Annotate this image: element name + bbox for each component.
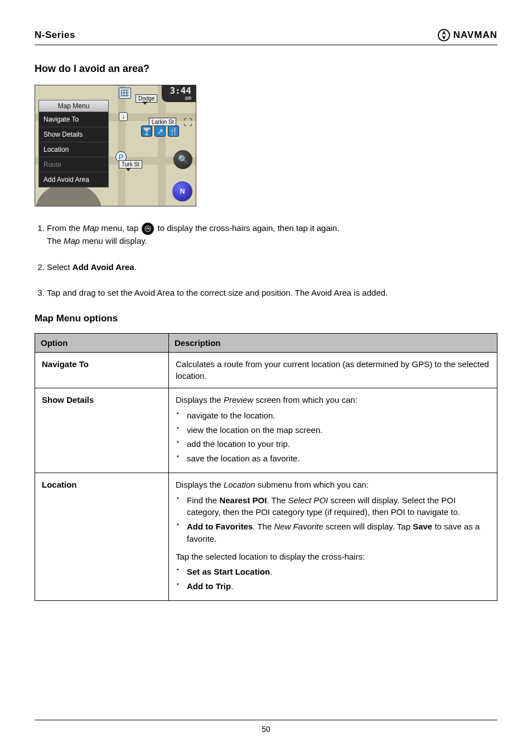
zoom-icon: 🔍 bbox=[173, 150, 192, 169]
brand-logo: NAVMAN bbox=[438, 29, 497, 41]
list-item: add the location to your trip. bbox=[176, 438, 490, 450]
opt-location: Location bbox=[35, 473, 169, 600]
svg-point-1 bbox=[145, 226, 151, 232]
poi-arrow-icon: ↗ bbox=[154, 126, 166, 137]
table-row: Navigate To Calculates a route from your… bbox=[35, 352, 497, 388]
poi-restaurant-icon: 🍴 bbox=[168, 126, 179, 137]
down-arrow-icon: ↓ bbox=[119, 112, 128, 121]
series-label: N-Series bbox=[35, 30, 75, 41]
map-clock: 3:44 am bbox=[162, 85, 196, 102]
menu-item-route: Route bbox=[39, 157, 108, 172]
compass-icon: N bbox=[172, 181, 192, 201]
list-item: Add to Favorites. The New Favorite scree… bbox=[176, 521, 490, 545]
opt-navigate-to: Navigate To bbox=[35, 352, 169, 388]
clock-ampm: am bbox=[170, 95, 191, 101]
instruction-step-2: Select Add Avoid Area. bbox=[47, 261, 497, 274]
list-item: navigate to the location. bbox=[176, 410, 490, 422]
opt-navigate-to-desc: Calculates a route from your current loc… bbox=[169, 352, 497, 388]
map-menu-header: Map Menu bbox=[39, 100, 108, 112]
instruction-list: From the Map menu, tap to display the cr… bbox=[35, 222, 497, 300]
th-option: Option bbox=[35, 333, 169, 352]
opt-show-details-desc: Displays the Preview screen from which y… bbox=[169, 388, 497, 473]
brand-text: NAVMAN bbox=[453, 30, 497, 41]
opt-show-details: Show Details bbox=[35, 388, 169, 473]
list-item: view the location on the map screen. bbox=[176, 424, 490, 436]
page-header: N-Series NAVMAN bbox=[35, 29, 497, 45]
menu-item-navigate-to[interactable]: Navigate To bbox=[39, 112, 108, 127]
map-label-turk: Turk St bbox=[119, 160, 142, 168]
map-label-larkin: Larkin St bbox=[149, 118, 176, 126]
map-menu: Map Menu Navigate To Show Details Locati… bbox=[38, 100, 109, 187]
page-footer: 50 bbox=[35, 720, 497, 734]
expand-icon: ⛶ bbox=[183, 118, 192, 128]
instruction-step-1: From the Map menu, tap to display the cr… bbox=[47, 222, 497, 248]
list-item: Set as Start Location. bbox=[176, 566, 490, 578]
options-table: Option Description Navigate To Calculate… bbox=[35, 333, 497, 601]
grid-icon bbox=[119, 88, 131, 99]
navman-icon bbox=[438, 29, 450, 41]
page-number: 50 bbox=[262, 725, 270, 734]
clock-time: 3:44 bbox=[170, 86, 191, 95]
list-item: Find the Nearest POI. The Select POI scr… bbox=[176, 494, 490, 519]
opt-location-desc: Displays the Location submenu from which… bbox=[169, 473, 497, 600]
subsection-title: Map Menu options bbox=[35, 313, 497, 324]
menu-item-location[interactable]: Location bbox=[39, 142, 108, 157]
table-row: Show Details Displays the Preview screen… bbox=[35, 388, 497, 473]
th-description: Description bbox=[169, 333, 497, 352]
table-row: Location Displays the Location submenu f… bbox=[35, 473, 497, 600]
instruction-step-3: Tap and drag to set the Avoid Area to th… bbox=[47, 287, 497, 300]
up-chevron-icon bbox=[142, 223, 154, 235]
map-screenshot: 3:44 am Dodge ↓ Larkin St 🍸 ↗ 🍴 ⛶ P Turk… bbox=[35, 85, 196, 206]
menu-item-add-avoid-area[interactable]: Add Avoid Area bbox=[39, 172, 108, 187]
section-title: How do I avoid an area? bbox=[35, 63, 497, 75]
poi-drink-icon: 🍸 bbox=[141, 126, 152, 137]
menu-item-show-details[interactable]: Show Details bbox=[39, 127, 108, 142]
list-item: Add to Trip. bbox=[176, 580, 490, 593]
list-item: save the location as a favorite. bbox=[176, 452, 490, 465]
